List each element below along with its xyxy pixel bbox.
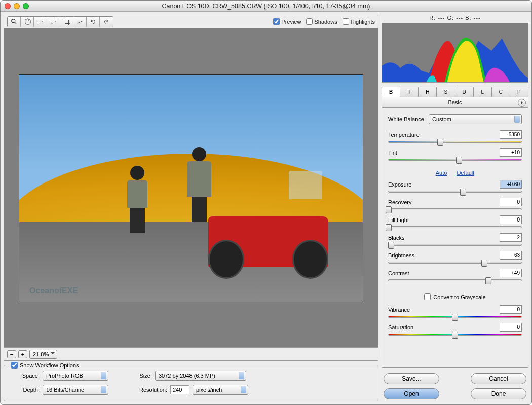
preview-toolbar: Preview Shadows Highlights	[4, 15, 378, 28]
tint-value[interactable]: +10	[500, 148, 522, 157]
panel-menu-button[interactable]	[518, 99, 526, 107]
grayscale-label: Convert to Grayscale	[433, 294, 485, 300]
show-workflow-checkbox[interactable]	[11, 362, 18, 369]
fill-light-label: Fill Light	[388, 217, 497, 223]
default-link[interactable]: Default	[457, 170, 474, 176]
tab-calibration[interactable]: C	[492, 87, 510, 97]
window-title: Canon EOS 10D: CRW_5085.CRW (ISO 100, 1/…	[162, 3, 370, 10]
tab-lens[interactable]: L	[474, 87, 492, 97]
show-workflow-label: Show Workflow Options	[20, 362, 79, 369]
temperature-value[interactable]: 5350	[500, 130, 522, 139]
recovery-value[interactable]: 0	[500, 198, 522, 206]
tab-detail[interactable]: D	[455, 87, 474, 97]
tab-split[interactable]: S	[437, 87, 455, 97]
contrast-label: Contrast	[388, 270, 497, 276]
preview-image[interactable]: OceanofEXE	[19, 74, 363, 302]
tint-label: Tint	[388, 150, 497, 156]
temperature-slider[interactable]	[388, 141, 522, 143]
saturation-value[interactable]: 0	[500, 323, 522, 332]
blacks-label: Blacks	[388, 235, 497, 241]
shadows-checkbox-label[interactable]: Shadows	[306, 18, 337, 25]
recovery-label: Recovery	[388, 199, 497, 205]
hand-tool[interactable]	[21, 17, 34, 27]
straighten-tool[interactable]	[73, 17, 87, 27]
preview-checkbox-label[interactable]: Preview	[273, 18, 301, 25]
contrast-slider[interactable]	[388, 279, 522, 281]
size-select[interactable]: 3072 by 2048 (6.3 MP)	[155, 371, 246, 381]
vibrance-label: Vibrance	[388, 307, 497, 313]
tint-slider[interactable]	[388, 159, 522, 161]
blacks-value[interactable]: 2	[500, 233, 522, 242]
panel-title: Basic	[448, 99, 462, 105]
zoom-level-select[interactable]: 21.8%	[29, 350, 57, 359]
recovery-slider[interactable]	[388, 208, 522, 210]
brightness-slider[interactable]	[388, 262, 522, 264]
workflow-options-group: Show Workflow Options Space: ProPhoto RG…	[4, 365, 378, 401]
done-button[interactable]: Done	[471, 388, 526, 399]
svg-point-2	[51, 23, 52, 24]
saturation-slider[interactable]	[388, 334, 522, 336]
zoom-tool[interactable]	[8, 17, 21, 27]
fill-light-slider[interactable]	[388, 226, 522, 228]
space-label: Space:	[11, 373, 40, 379]
exposure-slider[interactable]	[388, 191, 522, 193]
highlights-checkbox-label[interactable]: Highlights	[343, 18, 375, 25]
rgb-readout: R: --- G: --- B: ---	[382, 15, 528, 21]
rotate-cw-tool[interactable]	[100, 17, 113, 27]
cancel-button[interactable]: Cancel	[471, 373, 526, 384]
rotate-ccw-tool[interactable]	[87, 17, 100, 27]
resolution-unit-select[interactable]: pixels/inch	[193, 385, 248, 395]
vibrance-value[interactable]: 0	[500, 305, 522, 314]
histogram	[382, 23, 528, 83]
tab-tone-curve[interactable]: T	[400, 87, 419, 97]
tab-presets[interactable]: P	[510, 87, 528, 97]
white-balance-label: White Balance:	[388, 116, 426, 122]
brightness-value[interactable]: 63	[500, 251, 522, 260]
tool-group	[7, 16, 113, 27]
minimize-window-btn[interactable]	[14, 3, 20, 9]
titlebar: Canon EOS 10D: CRW_5085.CRW (ISO 100, 1/…	[1, 1, 531, 12]
size-label: Size:	[134, 373, 152, 379]
white-balance-tool[interactable]	[34, 17, 47, 27]
space-select[interactable]: ProPhoto RGB	[43, 371, 108, 381]
svg-point-0	[11, 19, 15, 22]
depth-label: Depth:	[11, 387, 40, 393]
blacks-slider[interactable]	[388, 244, 522, 246]
contrast-value[interactable]: +49	[500, 269, 522, 277]
exposure-label: Exposure	[388, 181, 497, 188]
svg-line-1	[14, 22, 16, 24]
save-button[interactable]: Save...	[384, 373, 439, 384]
zoom-out-button[interactable]: −	[7, 350, 16, 358]
tab-basic[interactable]: B	[382, 87, 400, 97]
white-balance-select[interactable]: Custom	[429, 114, 522, 124]
open-button[interactable]: Open	[384, 388, 439, 399]
resolution-input[interactable]: 240	[170, 385, 189, 394]
highlights-checkbox[interactable]	[343, 18, 349, 25]
auto-link[interactable]: Auto	[436, 170, 447, 176]
depth-select[interactable]: 16 Bits/Channel	[43, 385, 108, 395]
fill-light-value[interactable]: 0	[500, 215, 522, 224]
brightness-label: Brightness	[388, 252, 497, 259]
panel-tabs: B T H S D L C P	[382, 87, 528, 97]
exposure-value[interactable]: +0.60	[500, 180, 522, 189]
vibrance-slider[interactable]	[388, 316, 522, 318]
color-sampler-tool[interactable]	[47, 17, 60, 27]
resolution-label: Resolution:	[134, 387, 167, 393]
close-window-btn[interactable]	[5, 3, 11, 9]
watermark: OceanofEXE	[29, 286, 78, 296]
panel-title-bar: Basic	[382, 97, 528, 108]
grayscale-checkbox[interactable]	[424, 293, 431, 300]
temperature-label: Temperature	[388, 132, 497, 138]
tab-hsl[interactable]: H	[419, 87, 437, 97]
zoom-in-button[interactable]: +	[18, 350, 27, 358]
shadows-checkbox[interactable]	[306, 18, 313, 25]
zoom-window-btn[interactable]	[23, 3, 29, 9]
crop-tool[interactable]	[60, 17, 73, 27]
saturation-label: Saturation	[388, 324, 497, 330]
preview-checkbox[interactable]	[273, 18, 280, 25]
